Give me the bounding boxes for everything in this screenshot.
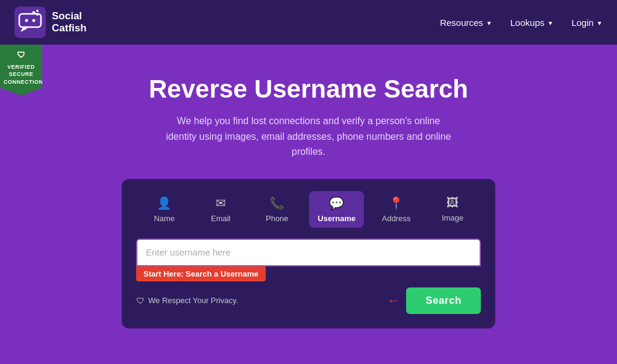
- search-button[interactable]: Search: [406, 287, 481, 314]
- tab-username-label: Username: [318, 214, 355, 223]
- hero-section: 🛡 VERIFIED SECURE CONNECTION Reverse Use…: [0, 45, 617, 364]
- lookups-caret-icon: ▼: [547, 20, 553, 27]
- svg-point-6: [36, 10, 39, 12]
- address-icon: 📍: [389, 196, 404, 210]
- arrow-icon: ←: [387, 293, 400, 309]
- hint-bar: Start Here: Search a Username: [136, 266, 266, 281]
- bottom-row: 🛡 We Respect Your Privacy. ← Search: [136, 287, 481, 314]
- svg-point-4: [33, 19, 36, 22]
- name-icon: 👤: [157, 196, 172, 210]
- svg-point-3: [25, 19, 28, 22]
- search-tabs: 👤 Name ✉ Email 📞 Phone 💬 Username 📍 Addr…: [136, 191, 481, 228]
- svg-point-7: [36, 13, 39, 16]
- tab-address[interactable]: 📍 Address: [372, 191, 421, 228]
- tab-phone-label: Phone: [266, 214, 289, 223]
- nav-login[interactable]: Login ▼: [571, 17, 603, 28]
- hero-title: Reverse Username Search: [149, 75, 468, 104]
- search-card: 👤 Name ✉ Email 📞 Phone 💬 Username 📍 Addr…: [122, 179, 495, 328]
- resources-caret-icon: ▼: [486, 20, 492, 27]
- logo-icon: [14, 7, 46, 38]
- svg-point-5: [33, 11, 36, 14]
- phone-icon: 📞: [269, 196, 284, 210]
- username-input[interactable]: [136, 239, 481, 266]
- navbar: Social Catfish Resources ▼ Lookups ▼ Log…: [0, 0, 617, 45]
- search-button-wrap: ← Search: [387, 287, 481, 314]
- hero-subtitle: We help you find lost connections and ve…: [164, 113, 453, 160]
- logo-text: Social Catfish: [52, 10, 87, 35]
- privacy-note: 🛡 We Respect Your Privacy.: [136, 296, 238, 306]
- image-icon: 🖼: [446, 196, 459, 210]
- logo[interactable]: Social Catfish: [14, 7, 87, 38]
- tab-image[interactable]: 🖼 Image: [428, 191, 477, 228]
- tab-address-label: Address: [382, 214, 411, 223]
- secure-badge: 🛡 VERIFIED SECURE CONNECTION: [0, 45, 42, 95]
- username-icon: 💬: [329, 196, 344, 210]
- nav-links: Resources ▼ Lookups ▼ Login ▼: [440, 17, 603, 28]
- privacy-shield-icon: 🛡: [136, 296, 145, 306]
- tab-phone[interactable]: 📞 Phone: [253, 191, 301, 228]
- tab-username[interactable]: 💬 Username: [309, 191, 364, 228]
- tab-email-label: Email: [211, 214, 231, 223]
- tab-email[interactable]: ✉ Email: [196, 191, 245, 228]
- tab-image-label: Image: [442, 213, 463, 222]
- nav-resources[interactable]: Resources ▼: [440, 17, 492, 28]
- privacy-text: We Respect Your Privacy.: [148, 296, 238, 305]
- email-icon: ✉: [216, 196, 226, 210]
- nav-lookups[interactable]: Lookups ▼: [510, 17, 554, 28]
- input-area: Start Here: Search a Username: [136, 239, 481, 281]
- login-caret-icon: ▼: [597, 20, 603, 27]
- tab-name[interactable]: 👤 Name: [140, 191, 189, 228]
- tab-name-label: Name: [154, 214, 175, 223]
- shield-icon: 🛡: [4, 49, 39, 61]
